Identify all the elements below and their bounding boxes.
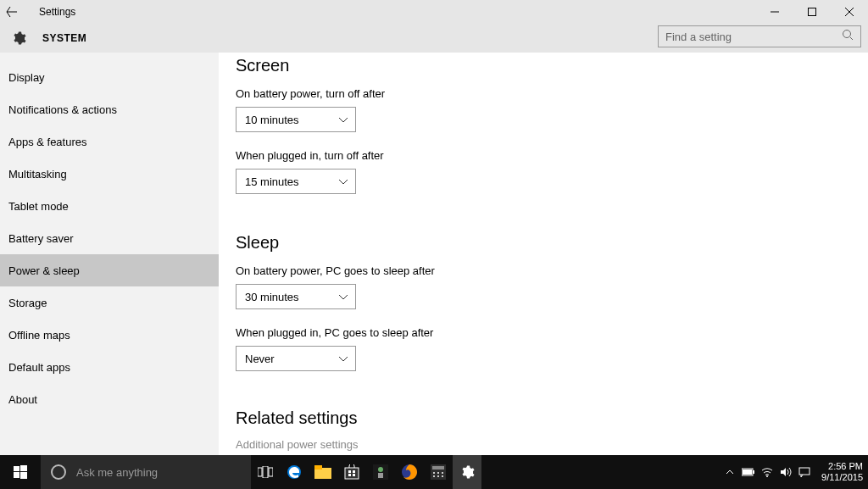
sidebar-item-label: Display: [8, 71, 45, 84]
sidebar-item-power[interactable]: Power & sleep: [0, 254, 219, 286]
content-pane: Screen On battery power, turn off after …: [219, 53, 868, 455]
svg-rect-15: [348, 474, 351, 476]
screen-battery-select[interactable]: 10 minutes: [236, 107, 356, 132]
sidebar-item-display[interactable]: Display: [0, 61, 219, 93]
taskview-button[interactable]: [251, 455, 280, 489]
svg-rect-0: [809, 8, 816, 16]
field-label: On battery power, PC goes to sleep after: [236, 264, 868, 277]
cortana-placeholder: Ask me anything: [76, 466, 158, 479]
sidebar-item-label: About: [8, 393, 37, 406]
svg-point-24: [437, 472, 439, 474]
additional-power-settings-link[interactable]: Additional power settings: [236, 438, 868, 451]
svg-rect-16: [353, 474, 355, 476]
taskbar-app-edge[interactable]: [280, 455, 309, 489]
svg-rect-6: [258, 468, 262, 476]
sidebar-item-label: Power & sleep: [8, 264, 80, 277]
sidebar-item-default-apps[interactable]: Default apps: [0, 351, 219, 383]
svg-point-27: [437, 475, 439, 477]
sidebar-item-label: Tablet mode: [8, 200, 69, 213]
svg-rect-22: [432, 466, 444, 470]
window-title: Settings: [39, 6, 75, 18]
sleep-battery-select[interactable]: 30 minutes: [236, 284, 356, 309]
screen-plugged-select[interactable]: 15 minutes: [236, 169, 356, 194]
field-label: When plugged in, turn off after: [236, 149, 868, 162]
svg-rect-2: [14, 466, 19, 471]
close-button[interactable]: [831, 0, 868, 24]
back-button[interactable]: [0, 0, 24, 24]
svg-rect-30: [753, 470, 754, 474]
svg-rect-5: [20, 472, 27, 479]
sidebar-item-label: Storage: [8, 297, 47, 309]
sidebar-item-notifications[interactable]: Notifications & actions: [0, 93, 219, 125]
sidebar-item-label: Default apps: [8, 361, 70, 374]
svg-rect-4: [14, 472, 19, 478]
taskbar-app-settings[interactable]: [453, 455, 481, 489]
select-value: 10 minutes: [245, 114, 347, 126]
cortana-search[interactable]: Ask me anything: [41, 455, 251, 489]
sidebar-item-battery[interactable]: Battery saver: [0, 222, 219, 254]
field-label: On battery power, turn off after: [236, 87, 868, 100]
minimize-button[interactable]: [756, 0, 793, 24]
svg-rect-31: [743, 470, 752, 475]
svg-rect-8: [269, 468, 273, 476]
header: SYSTEM: [0, 24, 868, 53]
section-heading-related: Related settings: [236, 408, 868, 428]
settings-window: Settings SYSTEM Display Notifications & …: [0, 0, 868, 455]
sidebar-item-offline-maps[interactable]: Offline maps: [0, 319, 219, 351]
tray-show-hidden-icon[interactable]: [723, 465, 737, 479]
svg-rect-33: [799, 468, 810, 475]
tray-battery-icon[interactable]: [742, 465, 755, 479]
sidebar-item-tablet[interactable]: Tablet mode: [0, 190, 219, 222]
svg-rect-11: [314, 465, 322, 470]
tray-volume-icon[interactable]: [779, 465, 793, 479]
sidebar-item-label: Multitasking: [8, 168, 67, 181]
svg-rect-3: [20, 465, 27, 471]
taskbar-app-store[interactable]: [337, 455, 366, 489]
sidebar-item-label: Battery saver: [8, 232, 74, 245]
select-value: 30 minutes: [245, 291, 347, 303]
search-box[interactable]: [658, 25, 861, 47]
taskbar-app-explorer[interactable]: [309, 455, 337, 489]
section-heading-sleep: Sleep: [236, 233, 868, 253]
sleep-plugged-select[interactable]: Never: [236, 346, 356, 371]
sidebar-item-label: Apps & features: [8, 136, 87, 148]
sidebar-item-storage[interactable]: Storage: [0, 286, 219, 319]
cortana-icon: [51, 464, 66, 480]
clock-time: 2:56 PM: [821, 461, 863, 472]
chevron-down-icon: [338, 289, 348, 304]
system-tray: 2:56 PM 9/11/2015: [723, 455, 868, 489]
select-value: 15 minutes: [245, 175, 347, 188]
svg-rect-19: [378, 473, 383, 478]
svg-point-1: [843, 31, 851, 38]
chevron-down-icon: [338, 174, 348, 189]
svg-rect-7: [263, 466, 268, 478]
taskbar: Ask me anything 2:56 PM 9/11/2015: [0, 455, 868, 489]
taskbar-app-generic1[interactable]: [366, 455, 395, 489]
tray-action-center-icon[interactable]: [798, 465, 811, 479]
sidebar: Display Notifications & actions Apps & f…: [0, 53, 219, 455]
chevron-down-icon: [338, 112, 348, 127]
chevron-down-icon: [338, 351, 348, 366]
select-value: Never: [245, 353, 347, 365]
field-label: When plugged in, PC goes to sleep after: [236, 326, 868, 339]
svg-point-26: [433, 475, 435, 477]
page-title: SYSTEM: [42, 32, 86, 44]
search-icon: [842, 29, 854, 44]
sidebar-item-apps[interactable]: Apps & features: [0, 125, 219, 158]
taskbar-clock[interactable]: 2:56 PM 9/11/2015: [821, 461, 863, 483]
maximize-button[interactable]: [793, 0, 831, 24]
start-button[interactable]: [0, 455, 41, 489]
tray-wifi-icon[interactable]: [760, 465, 774, 479]
svg-rect-13: [348, 470, 351, 473]
taskbar-app-firefox[interactable]: [395, 455, 424, 489]
svg-point-28: [442, 475, 443, 477]
sidebar-item-label: Offline maps: [8, 329, 70, 342]
clock-date: 9/11/2015: [821, 472, 863, 483]
search-input[interactable]: [665, 31, 842, 43]
sidebar-item-multitasking[interactable]: Multitasking: [0, 158, 219, 190]
sidebar-item-about[interactable]: About: [0, 383, 219, 415]
sidebar-item-label: Notifications & actions: [8, 103, 117, 116]
taskbar-app-calculator[interactable]: [424, 455, 453, 489]
gear-icon: [10, 30, 27, 47]
section-heading-screen: Screen: [236, 56, 868, 75]
